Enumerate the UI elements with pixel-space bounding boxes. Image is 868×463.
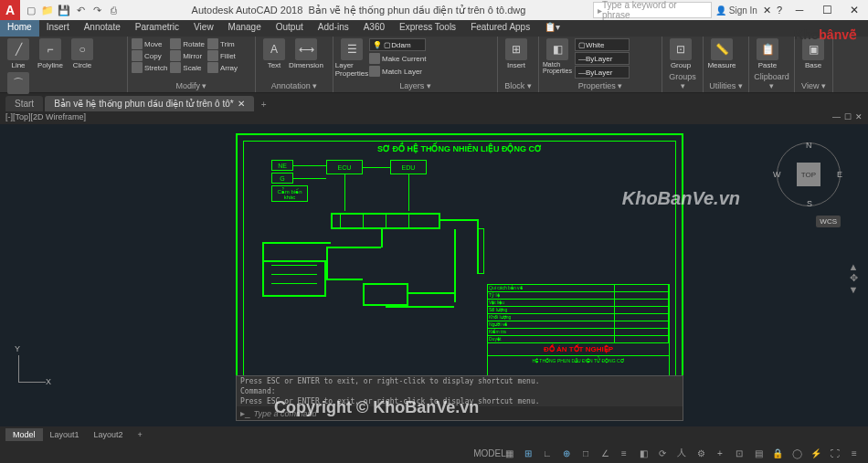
help-icon[interactable]: ? [777, 5, 782, 16]
panel-label-modify[interactable]: Modify ▾ [132, 80, 251, 90]
fillet-tool[interactable]: Fillet [207, 50, 238, 61]
panel-label-layers[interactable]: Layers ▾ [337, 80, 493, 90]
tab-annotate[interactable]: Annotate [77, 20, 128, 37]
group-tool[interactable]: ⊡Group [666, 38, 695, 69]
panel-label-groups[interactable]: Groups ▾ [666, 71, 699, 90]
drawing-canvas[interactable]: SƠ ĐỒ HỆ THỐNG NHIÊN LIỆU ĐỘNG CƠ NE G C… [0, 124, 868, 426]
viewcube[interactable]: TOP NSEW [777, 142, 841, 206]
add-layout-button[interactable]: + [131, 428, 150, 441]
viewport-controls[interactable]: [-][Top][2D Wireframe] [5, 112, 86, 123]
panel-label-clipboard[interactable]: Clipboard ▾ [753, 71, 790, 90]
qat-print-icon[interactable]: ⎙ [106, 3, 121, 17]
annotation-toggle-icon[interactable]: 人 [673, 446, 690, 460]
linetype-dropdown[interactable]: — ByLayer [575, 66, 630, 79]
panel-label-annotation[interactable]: Annotation ▾ [259, 80, 329, 90]
quick-props-icon[interactable]: ▤ [750, 446, 767, 460]
lineweight-dropdown[interactable]: — ByLayer [575, 52, 630, 65]
model-toggle[interactable]: MODEL [482, 446, 498, 460]
vp-close-icon[interactable]: ✕ [855, 112, 863, 121]
new-tab-button[interactable]: + [256, 98, 272, 111]
clean-screen-icon[interactable]: ⛶ [827, 446, 843, 460]
ortho-toggle-icon[interactable]: ∟ [539, 446, 556, 460]
otrack-toggle-icon[interactable]: ∠ [597, 446, 613, 460]
mirror-tool[interactable]: Mirror [170, 50, 205, 61]
vp-minimize-icon[interactable]: — [832, 112, 841, 121]
units-icon[interactable]: ⊡ [731, 446, 747, 460]
qat-new-icon[interactable]: ▢ [24, 3, 38, 17]
layer-dropdown[interactable]: 💡 ▢ Ddam [369, 38, 426, 51]
qat-save-icon[interactable]: 💾 [57, 3, 71, 17]
vp-restore-icon[interactable]: ☐ [844, 112, 852, 121]
tab-featured[interactable]: Featured Apps [463, 20, 537, 37]
grid-toggle-icon[interactable]: ▦ [501, 446, 517, 460]
panel-label-view[interactable]: View ▾ [799, 80, 829, 90]
isolate-icon[interactable]: ◯ [789, 446, 805, 460]
app-logo[interactable]: A [0, 0, 20, 20]
watermark-logo: Khobânvẽ [794, 27, 857, 42]
base-tool[interactable]: ▣Base [799, 38, 828, 69]
workspace-icon[interactable]: ⚙ [693, 446, 709, 460]
tab-output[interactable]: Output [269, 20, 311, 37]
panel-label-properties[interactable]: Properties ▾ [543, 80, 658, 90]
array-tool[interactable]: Array [207, 62, 238, 73]
transparency-toggle-icon[interactable]: ◧ [635, 446, 651, 460]
lock-ui-icon[interactable]: 🔒 [769, 446, 786, 460]
osnap-toggle-icon[interactable]: □ [577, 446, 594, 460]
tab-view[interactable]: View [186, 20, 221, 37]
text-tool[interactable]: AText [259, 38, 289, 69]
signin-button[interactable]: 👤 Sign In [715, 5, 757, 16]
hardware-accel-icon[interactable]: ⚡ [808, 446, 824, 460]
close-tab-icon[interactable]: ✕ [238, 99, 245, 109]
copy-tool[interactable]: Copy [132, 50, 167, 61]
layout-tab-1[interactable]: Layout1 [43, 428, 87, 441]
paste-tool[interactable]: 📋Paste [753, 38, 782, 69]
move-tool[interactable]: Move [132, 38, 167, 49]
layer-properties-tool[interactable]: ☰Layer Properties [337, 38, 366, 78]
tab-insert[interactable]: Insert [39, 20, 77, 37]
tab-addins[interactable]: Add-ins [311, 20, 356, 37]
match-layer-tool[interactable]: Match Layer [369, 66, 426, 77]
layout-tab-2[interactable]: Layout2 [87, 428, 131, 441]
tab-expand-icon[interactable]: 📋▾ [537, 20, 567, 37]
qat-open-icon[interactable]: 📁 [40, 3, 55, 17]
customize-icon[interactable]: ≡ [846, 446, 863, 460]
snap-toggle-icon[interactable]: ⊞ [520, 446, 536, 460]
wcs-badge[interactable]: WCS [816, 216, 841, 227]
tab-home[interactable]: Home [0, 20, 39, 37]
color-dropdown[interactable]: ▢ White [575, 38, 630, 51]
tab-a360[interactable]: A360 [356, 20, 392, 37]
measure-tool[interactable]: 📏Measure [707, 38, 736, 69]
exchange-icon[interactable]: ✕ [763, 5, 771, 16]
layout-tab-model[interactable]: Model [5, 428, 43, 441]
insert-tool[interactable]: ⊞Insert [502, 38, 531, 69]
tab-parametric[interactable]: Parametric [128, 20, 186, 37]
panel-label-block[interactable]: Block ▾ [502, 80, 535, 90]
status-bar: MODEL ▦ ⊞ ∟ ⊕ □ ∠ ≡ ◧ ⟳ 人 ⚙ + ⊡ ▤ 🔒 ◯ ⚡ … [0, 443, 868, 463]
line-tool[interactable]: ╱Line [4, 38, 33, 69]
polar-toggle-icon[interactable]: ⊕ [558, 446, 575, 460]
circle-tool[interactable]: ○Circle [68, 38, 97, 69]
stretch-tool[interactable]: Stretch [132, 62, 167, 73]
dimension-tool[interactable]: ⟷Dimension [291, 38, 321, 69]
make-current-tool[interactable]: Make Current [369, 53, 426, 64]
file-tab-start[interactable]: Start [5, 96, 43, 111]
annotation-monitor-icon[interactable]: + [712, 446, 728, 460]
trim-tool[interactable]: Trim [207, 38, 238, 49]
panel-label-utilities[interactable]: Utilities ▾ [707, 80, 745, 90]
help-search-input[interactable]: ▸ Type a keyword or phrase [593, 2, 712, 18]
nav-bar[interactable]: ▲✥▼ [846, 261, 861, 295]
tab-manage[interactable]: Manage [221, 20, 269, 37]
minimize-button[interactable]: ─ [786, 0, 813, 20]
qat-undo-icon[interactable]: ↶ [73, 3, 88, 17]
tab-express[interactable]: Express Tools [392, 20, 463, 37]
polyline-tool[interactable]: ⌐Polyline [36, 38, 65, 69]
qat-redo-icon[interactable]: ↷ [90, 3, 104, 17]
cycling-toggle-icon[interactable]: ⟳ [654, 446, 671, 460]
match-properties-tool[interactable]: ◧Match Properties [543, 38, 572, 74]
maximize-button[interactable]: ☐ [813, 0, 841, 20]
lineweight-toggle-icon[interactable]: ≡ [616, 446, 632, 460]
rotate-tool[interactable]: Rotate [170, 38, 205, 49]
scale-tool[interactable]: Scale [170, 62, 205, 73]
file-tab-drawing[interactable]: Bản vẽ hệ thống phun dầu điện tử trên ô … [45, 96, 254, 111]
close-button[interactable]: ✕ [841, 0, 868, 20]
